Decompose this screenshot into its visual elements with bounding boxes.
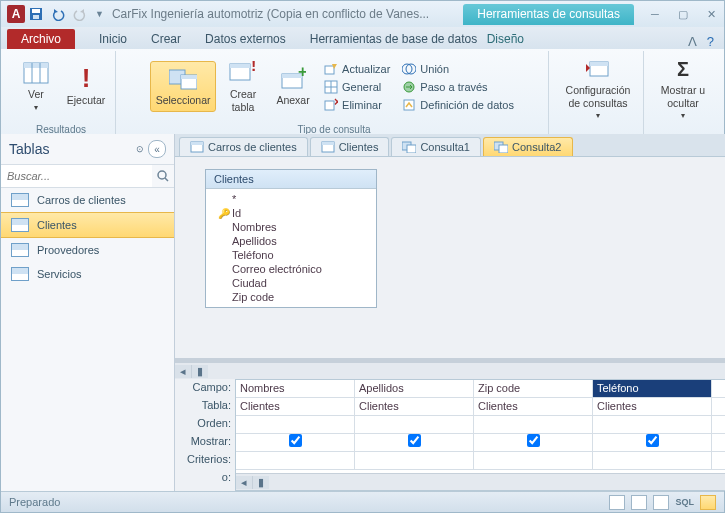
pivotchart-view-icon[interactable] xyxy=(653,495,669,510)
ver-button[interactable]: Ver▾ xyxy=(13,55,59,117)
grid-cell[interactable] xyxy=(236,416,355,433)
ribbon-minimize-icon[interactable]: ᐱ xyxy=(688,34,697,49)
seleccionar-button[interactable]: Seleccionar xyxy=(150,61,216,112)
field-zip-code[interactable]: Zip code xyxy=(206,290,376,304)
field-ciudad[interactable]: Ciudad xyxy=(206,276,376,290)
grid-horizontal-scrollbar[interactable]: ◂▮▸ xyxy=(236,473,725,490)
grid-table[interactable]: NombresApellidosZip codeTeléfonoClientes… xyxy=(235,379,725,491)
doc-tab-consulta1[interactable]: Consulta1 xyxy=(391,137,481,156)
nav-item-servicios[interactable]: Servicios xyxy=(1,262,174,286)
app-icon: A xyxy=(7,5,25,23)
table-box-clientes[interactable]: Clientes *🔑IdNombresApellidosTeléfonoCor… xyxy=(205,169,377,308)
tab-diseno[interactable]: Diseño xyxy=(457,29,554,49)
show-checkbox[interactable] xyxy=(289,434,302,447)
mostrar-ocultar-button[interactable]: Σ Mostrar u ocultar▾ xyxy=(654,51,712,126)
grid-cell[interactable] xyxy=(712,452,725,469)
configuracion-consultas-button[interactable]: Configuración de consultas▾ xyxy=(559,51,637,126)
field-nombres[interactable]: Nombres xyxy=(206,220,376,234)
search-input[interactable] xyxy=(1,165,152,187)
sql-view-button[interactable]: SQL xyxy=(675,497,694,507)
grid-cell[interactable]: Clientes xyxy=(593,398,712,415)
grid-cell[interactable] xyxy=(355,416,474,433)
grid-cell[interactable] xyxy=(355,434,474,451)
field-apellidos[interactable]: Apellidos xyxy=(206,234,376,248)
show-checkbox[interactable] xyxy=(527,434,540,447)
nav-item-clientes[interactable]: Clientes xyxy=(1,212,174,238)
tab-archivo[interactable]: Archivo xyxy=(7,29,75,49)
show-checkbox[interactable] xyxy=(646,434,659,447)
grid-cell[interactable] xyxy=(474,416,593,433)
undo-icon[interactable] xyxy=(51,7,65,21)
status-bar: Preparado SQL xyxy=(1,491,724,512)
grid-cell[interactable]: Clientes xyxy=(236,398,355,415)
definicion-datos-button[interactable]: Definición de datos xyxy=(398,97,518,113)
query-icon xyxy=(494,141,508,153)
grid-cell[interactable] xyxy=(236,452,355,469)
grid-cell[interactable] xyxy=(236,434,355,451)
grid-cell[interactable]: Clientes xyxy=(355,398,474,415)
nav-item-carros-de-clientes[interactable]: Carros de clientes xyxy=(1,188,174,212)
show-checkbox[interactable] xyxy=(408,434,421,447)
grid-cell[interactable]: Clientes xyxy=(474,398,593,415)
grid-cell[interactable] xyxy=(593,434,712,451)
grid-label: Criterios: xyxy=(175,451,231,469)
document-area: Carros de clientesClientesConsulta1Consu… xyxy=(175,134,725,491)
datasheet-view-icon[interactable] xyxy=(609,495,625,510)
actualizar-button[interactable]: Actualizar xyxy=(320,61,394,77)
grid-cell[interactable] xyxy=(593,416,712,433)
grid-cell[interactable] xyxy=(355,452,474,469)
maximize-button[interactable]: ▢ xyxy=(676,8,690,21)
grid-cell[interactable] xyxy=(474,434,593,451)
doc-tab-carros-de-clientes[interactable]: Carros de clientes xyxy=(179,137,308,156)
field-correo-electrónico[interactable]: Correo electrónico xyxy=(206,262,376,276)
run-icon: ! xyxy=(72,66,100,92)
eliminar-button[interactable]: ×Eliminar xyxy=(320,97,394,113)
nav-item-proovedores[interactable]: Proovedores xyxy=(1,238,174,262)
svg-rect-21 xyxy=(325,101,334,110)
tab-crear[interactable]: Crear xyxy=(139,29,193,49)
field-id[interactable]: 🔑Id xyxy=(206,206,376,220)
design-view-icon[interactable] xyxy=(700,495,716,510)
anexar-button[interactable]: + Anexar xyxy=(270,61,316,112)
grid-cell[interactable]: Apellidos xyxy=(355,380,474,397)
nav-collapse-button[interactable]: « xyxy=(148,140,166,158)
diagram-horizontal-scrollbar[interactable]: ◂▮▸ xyxy=(175,362,725,379)
search-icon[interactable] xyxy=(152,165,174,187)
config-label: Configuración de consultas xyxy=(562,84,634,109)
doc-tab-consulta2[interactable]: Consulta2 xyxy=(483,137,573,156)
grid-cell[interactable] xyxy=(712,398,725,415)
redo-icon[interactable] xyxy=(73,7,87,21)
help-icon[interactable]: ? xyxy=(707,34,714,49)
grid-cell[interactable]: Zip code xyxy=(474,380,593,397)
window-title: CarFix Ingeniería automotriz (Copia en c… xyxy=(112,7,453,21)
save-icon[interactable] xyxy=(29,7,43,21)
pivottable-view-icon[interactable] xyxy=(631,495,647,510)
nav-dropdown-icon[interactable]: ⊙ xyxy=(136,144,144,154)
grid-cell[interactable] xyxy=(593,452,712,469)
titlebar: A ▼ CarFix Ingeniería automotriz (Copia … xyxy=(1,1,724,27)
grid-cell[interactable]: Nombres xyxy=(236,380,355,397)
grid-cell[interactable] xyxy=(712,416,725,433)
doc-tab-clientes[interactable]: Clientes xyxy=(310,137,390,156)
nav-search xyxy=(1,165,174,188)
field-teléfono[interactable]: Teléfono xyxy=(206,248,376,262)
table-icon xyxy=(11,243,29,257)
union-button[interactable]: Unión xyxy=(398,61,518,77)
tab-datos-externos[interactable]: Datos externos xyxy=(193,29,298,49)
grid-cell[interactable] xyxy=(474,452,593,469)
query-diagram-pane[interactable]: Clientes *🔑IdNombresApellidosTeléfonoCor… xyxy=(175,157,725,362)
tab-inicio[interactable]: Inicio xyxy=(87,29,139,49)
crear-tabla-button[interactable]: ! Crear tabla xyxy=(220,55,266,118)
field-star[interactable]: * xyxy=(206,192,376,206)
grid-cell[interactable] xyxy=(712,434,725,451)
minimize-button[interactable]: ─ xyxy=(648,8,662,21)
grid-cell[interactable]: Teléfono xyxy=(593,380,712,397)
close-button[interactable]: ✕ xyxy=(704,8,718,21)
nav-title[interactable]: Tablas xyxy=(9,141,49,157)
general-button[interactable]: General xyxy=(320,79,394,95)
grid-cell[interactable] xyxy=(712,380,725,397)
ejecutar-button[interactable]: ! Ejecutar xyxy=(63,61,109,112)
paso-a-traves-button[interactable]: Paso a través xyxy=(398,79,518,95)
qat-dropdown-icon[interactable]: ▼ xyxy=(95,9,104,19)
svg-rect-35 xyxy=(322,142,334,145)
